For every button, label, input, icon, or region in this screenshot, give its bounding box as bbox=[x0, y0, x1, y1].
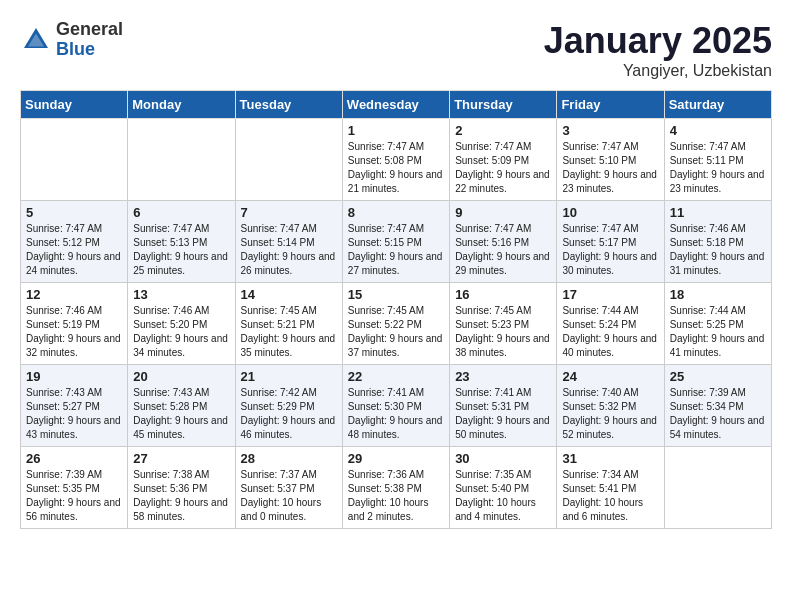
calendar-cell: 28Sunrise: 7:37 AM Sunset: 5:37 PM Dayli… bbox=[235, 447, 342, 529]
weekday-header: Thursday bbox=[450, 91, 557, 119]
calendar-cell: 20Sunrise: 7:43 AM Sunset: 5:28 PM Dayli… bbox=[128, 365, 235, 447]
calendar-cell: 13Sunrise: 7:46 AM Sunset: 5:20 PM Dayli… bbox=[128, 283, 235, 365]
calendar-cell: 14Sunrise: 7:45 AM Sunset: 5:21 PM Dayli… bbox=[235, 283, 342, 365]
logo-text: General Blue bbox=[56, 20, 123, 60]
calendar-cell: 11Sunrise: 7:46 AM Sunset: 5:18 PM Dayli… bbox=[664, 201, 771, 283]
day-number: 16 bbox=[455, 287, 551, 302]
day-info: Sunrise: 7:39 AM Sunset: 5:34 PM Dayligh… bbox=[670, 386, 766, 442]
day-info: Sunrise: 7:47 AM Sunset: 5:15 PM Dayligh… bbox=[348, 222, 444, 278]
calendar-cell bbox=[21, 119, 128, 201]
calendar-week-row: 12Sunrise: 7:46 AM Sunset: 5:19 PM Dayli… bbox=[21, 283, 772, 365]
day-number: 10 bbox=[562, 205, 658, 220]
calendar-cell: 5Sunrise: 7:47 AM Sunset: 5:12 PM Daylig… bbox=[21, 201, 128, 283]
weekday-header: Friday bbox=[557, 91, 664, 119]
day-info: Sunrise: 7:47 AM Sunset: 5:12 PM Dayligh… bbox=[26, 222, 122, 278]
day-number: 22 bbox=[348, 369, 444, 384]
calendar-cell: 23Sunrise: 7:41 AM Sunset: 5:31 PM Dayli… bbox=[450, 365, 557, 447]
day-info: Sunrise: 7:47 AM Sunset: 5:08 PM Dayligh… bbox=[348, 140, 444, 196]
calendar-cell: 22Sunrise: 7:41 AM Sunset: 5:30 PM Dayli… bbox=[342, 365, 449, 447]
calendar-cell bbox=[664, 447, 771, 529]
calendar-cell: 27Sunrise: 7:38 AM Sunset: 5:36 PM Dayli… bbox=[128, 447, 235, 529]
day-info: Sunrise: 7:44 AM Sunset: 5:24 PM Dayligh… bbox=[562, 304, 658, 360]
day-info: Sunrise: 7:41 AM Sunset: 5:31 PM Dayligh… bbox=[455, 386, 551, 442]
calendar-cell: 1Sunrise: 7:47 AM Sunset: 5:08 PM Daylig… bbox=[342, 119, 449, 201]
calendar-cell: 25Sunrise: 7:39 AM Sunset: 5:34 PM Dayli… bbox=[664, 365, 771, 447]
day-info: Sunrise: 7:47 AM Sunset: 5:10 PM Dayligh… bbox=[562, 140, 658, 196]
day-info: Sunrise: 7:37 AM Sunset: 5:37 PM Dayligh… bbox=[241, 468, 337, 524]
day-info: Sunrise: 7:43 AM Sunset: 5:27 PM Dayligh… bbox=[26, 386, 122, 442]
day-number: 1 bbox=[348, 123, 444, 138]
day-info: Sunrise: 7:45 AM Sunset: 5:21 PM Dayligh… bbox=[241, 304, 337, 360]
day-info: Sunrise: 7:46 AM Sunset: 5:19 PM Dayligh… bbox=[26, 304, 122, 360]
day-info: Sunrise: 7:47 AM Sunset: 5:14 PM Dayligh… bbox=[241, 222, 337, 278]
day-info: Sunrise: 7:42 AM Sunset: 5:29 PM Dayligh… bbox=[241, 386, 337, 442]
day-number: 11 bbox=[670, 205, 766, 220]
day-number: 17 bbox=[562, 287, 658, 302]
calendar-cell: 16Sunrise: 7:45 AM Sunset: 5:23 PM Dayli… bbox=[450, 283, 557, 365]
calendar-cell: 18Sunrise: 7:44 AM Sunset: 5:25 PM Dayli… bbox=[664, 283, 771, 365]
day-number: 7 bbox=[241, 205, 337, 220]
day-info: Sunrise: 7:41 AM Sunset: 5:30 PM Dayligh… bbox=[348, 386, 444, 442]
month-title: January 2025 bbox=[544, 20, 772, 62]
calendar-cell: 31Sunrise: 7:34 AM Sunset: 5:41 PM Dayli… bbox=[557, 447, 664, 529]
weekday-header-row: SundayMondayTuesdayWednesdayThursdayFrid… bbox=[21, 91, 772, 119]
calendar-cell: 15Sunrise: 7:45 AM Sunset: 5:22 PM Dayli… bbox=[342, 283, 449, 365]
calendar-cell: 29Sunrise: 7:36 AM Sunset: 5:38 PM Dayli… bbox=[342, 447, 449, 529]
day-number: 27 bbox=[133, 451, 229, 466]
day-number: 15 bbox=[348, 287, 444, 302]
calendar-week-row: 1Sunrise: 7:47 AM Sunset: 5:08 PM Daylig… bbox=[21, 119, 772, 201]
day-info: Sunrise: 7:44 AM Sunset: 5:25 PM Dayligh… bbox=[670, 304, 766, 360]
calendar-cell: 12Sunrise: 7:46 AM Sunset: 5:19 PM Dayli… bbox=[21, 283, 128, 365]
day-number: 29 bbox=[348, 451, 444, 466]
calendar-cell: 21Sunrise: 7:42 AM Sunset: 5:29 PM Dayli… bbox=[235, 365, 342, 447]
day-number: 21 bbox=[241, 369, 337, 384]
day-info: Sunrise: 7:47 AM Sunset: 5:13 PM Dayligh… bbox=[133, 222, 229, 278]
weekday-header: Wednesday bbox=[342, 91, 449, 119]
calendar-table: SundayMondayTuesdayWednesdayThursdayFrid… bbox=[20, 90, 772, 529]
calendar-cell: 4Sunrise: 7:47 AM Sunset: 5:11 PM Daylig… bbox=[664, 119, 771, 201]
day-number: 24 bbox=[562, 369, 658, 384]
day-info: Sunrise: 7:47 AM Sunset: 5:16 PM Dayligh… bbox=[455, 222, 551, 278]
day-info: Sunrise: 7:35 AM Sunset: 5:40 PM Dayligh… bbox=[455, 468, 551, 524]
location: Yangiyer, Uzbekistan bbox=[544, 62, 772, 80]
day-info: Sunrise: 7:38 AM Sunset: 5:36 PM Dayligh… bbox=[133, 468, 229, 524]
calendar-cell: 8Sunrise: 7:47 AM Sunset: 5:15 PM Daylig… bbox=[342, 201, 449, 283]
day-number: 5 bbox=[26, 205, 122, 220]
logo: General Blue bbox=[20, 20, 123, 60]
day-info: Sunrise: 7:46 AM Sunset: 5:18 PM Dayligh… bbox=[670, 222, 766, 278]
day-info: Sunrise: 7:47 AM Sunset: 5:09 PM Dayligh… bbox=[455, 140, 551, 196]
calendar-cell: 19Sunrise: 7:43 AM Sunset: 5:27 PM Dayli… bbox=[21, 365, 128, 447]
day-number: 30 bbox=[455, 451, 551, 466]
day-number: 18 bbox=[670, 287, 766, 302]
calendar-cell: 6Sunrise: 7:47 AM Sunset: 5:13 PM Daylig… bbox=[128, 201, 235, 283]
day-info: Sunrise: 7:40 AM Sunset: 5:32 PM Dayligh… bbox=[562, 386, 658, 442]
calendar-cell: 9Sunrise: 7:47 AM Sunset: 5:16 PM Daylig… bbox=[450, 201, 557, 283]
day-number: 12 bbox=[26, 287, 122, 302]
day-number: 28 bbox=[241, 451, 337, 466]
calendar-cell bbox=[128, 119, 235, 201]
day-number: 31 bbox=[562, 451, 658, 466]
calendar-cell: 2Sunrise: 7:47 AM Sunset: 5:09 PM Daylig… bbox=[450, 119, 557, 201]
weekday-header: Saturday bbox=[664, 91, 771, 119]
weekday-header: Monday bbox=[128, 91, 235, 119]
calendar-cell: 3Sunrise: 7:47 AM Sunset: 5:10 PM Daylig… bbox=[557, 119, 664, 201]
day-number: 19 bbox=[26, 369, 122, 384]
day-number: 13 bbox=[133, 287, 229, 302]
weekday-header: Tuesday bbox=[235, 91, 342, 119]
calendar-cell: 26Sunrise: 7:39 AM Sunset: 5:35 PM Dayli… bbox=[21, 447, 128, 529]
day-info: Sunrise: 7:39 AM Sunset: 5:35 PM Dayligh… bbox=[26, 468, 122, 524]
day-number: 25 bbox=[670, 369, 766, 384]
day-number: 8 bbox=[348, 205, 444, 220]
day-info: Sunrise: 7:36 AM Sunset: 5:38 PM Dayligh… bbox=[348, 468, 444, 524]
calendar-cell: 7Sunrise: 7:47 AM Sunset: 5:14 PM Daylig… bbox=[235, 201, 342, 283]
day-info: Sunrise: 7:34 AM Sunset: 5:41 PM Dayligh… bbox=[562, 468, 658, 524]
calendar-cell bbox=[235, 119, 342, 201]
day-number: 2 bbox=[455, 123, 551, 138]
calendar-week-row: 26Sunrise: 7:39 AM Sunset: 5:35 PM Dayli… bbox=[21, 447, 772, 529]
day-info: Sunrise: 7:45 AM Sunset: 5:22 PM Dayligh… bbox=[348, 304, 444, 360]
page-header: General Blue January 2025 Yangiyer, Uzbe… bbox=[20, 20, 772, 80]
calendar-week-row: 19Sunrise: 7:43 AM Sunset: 5:27 PM Dayli… bbox=[21, 365, 772, 447]
title-block: January 2025 Yangiyer, Uzbekistan bbox=[544, 20, 772, 80]
day-info: Sunrise: 7:47 AM Sunset: 5:17 PM Dayligh… bbox=[562, 222, 658, 278]
calendar-cell: 17Sunrise: 7:44 AM Sunset: 5:24 PM Dayli… bbox=[557, 283, 664, 365]
